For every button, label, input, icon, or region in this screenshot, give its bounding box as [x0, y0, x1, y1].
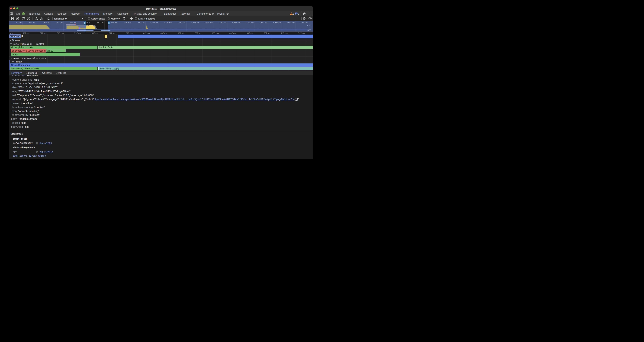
svg-text:CPU: CPU [307, 25, 312, 27]
svg-text:1,397 ms: 1,397 ms [191, 22, 199, 24]
svg-text:1,097 ms: 1,097 ms [150, 22, 158, 24]
svg-text:NET: NET [308, 29, 312, 32]
svg-text:1,597 ms: 1,597 ms [218, 22, 226, 24]
svg-text:2,097 ms: 2,097 ms [287, 22, 295, 24]
svg-text:497 ms: 497 ms [70, 22, 76, 24]
svg-text:297 ms: 297 ms [42, 22, 49, 24]
svg-text:997 ms: 997 ms [138, 22, 144, 24]
svg-text:697 ms: 697 ms [97, 22, 104, 24]
svg-text:397 ms: 397 ms [56, 22, 63, 24]
svg-text:1,797 ms: 1,797 ms [246, 22, 254, 24]
svg-text:?: ? [310, 18, 311, 20]
svg-text:1,897 ms: 1,897 ms [259, 22, 267, 24]
svg-text:1,297 ms: 1,297 ms [177, 22, 186, 24]
svg-text:797 ms: 797 ms [111, 22, 117, 24]
svg-text:1,997 ms: 1,997 ms [273, 22, 281, 24]
svg-text:97 ms: 97 ms [16, 22, 22, 24]
svg-text:1,497 ms: 1,497 ms [205, 22, 213, 24]
svg-text:1,697 ms: 1,697 ms [232, 22, 240, 24]
svg-text:197 ms: 197 ms [29, 22, 35, 24]
svg-text:2,197 ms: 2,197 ms [300, 22, 308, 24]
svg-text:897 ms: 897 ms [124, 22, 131, 24]
svg-text:1,197 ms: 1,197 ms [164, 22, 172, 24]
